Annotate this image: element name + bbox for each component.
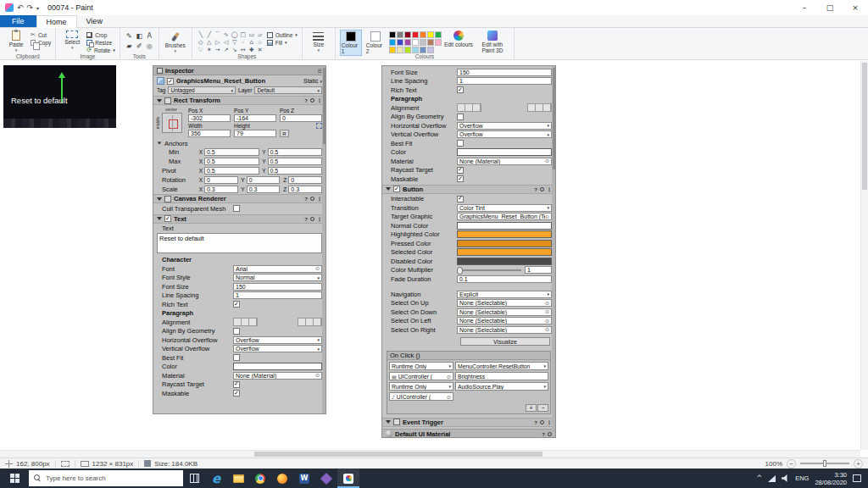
size-button[interactable]: Size ▾ [307, 30, 331, 53]
horizontal-scrollbar[interactable] [0, 450, 860, 458]
shape-button[interactable]: ⌂ [248, 38, 256, 46]
zoom-out-button[interactable]: − [787, 459, 796, 469]
palette-colour[interactable] [397, 31, 403, 38]
shape-button[interactable]: → [214, 46, 222, 53]
shape-button[interactable]: △ [205, 38, 214, 46]
shape-button[interactable]: ╲ [197, 30, 205, 38]
palette-colour[interactable] [389, 47, 396, 53]
zoom-in-button[interactable]: + [854, 459, 863, 469]
outline-button[interactable]: Outline▾ [267, 31, 298, 38]
zoom-slider-thumb[interactable] [823, 460, 826, 467]
taskbar-app-button[interactable] [205, 469, 227, 488]
palette-colour[interactable] [389, 39, 396, 46]
palette-colour[interactable] [412, 47, 419, 53]
shape-button[interactable]: ✚ [248, 46, 256, 53]
zoom-slider[interactable] [800, 463, 849, 464]
shape-button[interactable]: ◇ [197, 38, 205, 46]
shape-button[interactable]: ↔ [239, 46, 248, 53]
shape-button[interactable]: ▭ [248, 30, 256, 38]
palette-colour[interactable] [435, 31, 442, 38]
palette-colour[interactable] [404, 47, 411, 53]
palette-colour[interactable] [397, 47, 403, 53]
shape-button[interactable]: ▽ [231, 38, 239, 46]
start-button[interactable] [0, 469, 29, 488]
tool-button[interactable]: ▰ [125, 42, 134, 51]
tool-button[interactable]: A [145, 31, 154, 41]
shape-button[interactable]: ◦ [239, 38, 248, 46]
crop-button[interactable]: Crop [86, 31, 115, 38]
cut-button[interactable]: Cut [31, 31, 51, 38]
shape-button[interactable]: □ [239, 30, 248, 38]
action-center-icon[interactable] [853, 474, 861, 482]
taskbar-app-button[interactable] [271, 469, 293, 488]
colour1-button[interactable]: Colour 1 [340, 30, 362, 56]
palette-colour[interactable] [420, 47, 426, 53]
taskbar-app-button[interactable] [315, 469, 337, 488]
shape-button[interactable]: ◯ [231, 30, 239, 38]
tool-button[interactable]: ◧ [135, 31, 144, 41]
taskbar-app-button[interactable] [227, 469, 249, 488]
tool-button[interactable]: ✎ [125, 31, 134, 41]
clock[interactable]: 3:30 28/08/2020 [815, 471, 847, 486]
select-button[interactable]: Select ▾ [60, 30, 84, 51]
colour2-button[interactable]: Colour 2 [364, 30, 387, 56]
palette-colour[interactable] [412, 39, 419, 46]
palette-colour[interactable] [404, 31, 411, 38]
shape-button[interactable]: ✶ [205, 46, 214, 53]
shape-button[interactable]: ♡ [197, 46, 205, 53]
taskbar-app-button[interactable] [249, 469, 271, 488]
shape-button[interactable]: ▱ [256, 30, 264, 38]
vertical-scrollbar[interactable] [860, 61, 868, 450]
tray-chevron-icon[interactable]: ^ [756, 474, 762, 482]
paint-canvas[interactable]: Reset to default Inspector GraphicsMenu_… [0, 61, 868, 458]
redo-icon[interactable]: ↷ [27, 3, 34, 12]
palette-colour[interactable] [435, 39, 442, 46]
shape-button[interactable]: ☆ [256, 38, 264, 46]
tool-button[interactable]: ✐ [135, 42, 144, 51]
language-indicator[interactable]: ENG [795, 474, 809, 482]
edit-with-paint3d-button[interactable]: Edit with Paint 3D [476, 30, 509, 53]
selection-size-icon [61, 461, 70, 467]
tab-file[interactable]: File [0, 15, 36, 27]
taskbar-search[interactable]: Type here to search [29, 470, 183, 486]
volume-icon[interactable] [782, 474, 789, 482]
taskbar-app-button[interactable] [183, 469, 205, 488]
taskbar-app-button[interactable] [337, 469, 359, 488]
property-label: Normal Color [391, 222, 457, 230]
minimize-button[interactable]: – [792, 0, 817, 15]
palette-colour[interactable] [427, 39, 434, 46]
vector-field: 0 [288, 176, 322, 184]
resize-button[interactable]: Resize [86, 39, 115, 46]
shape-button[interactable]: ∿ [222, 30, 231, 38]
tool-button[interactable]: ◎ [145, 42, 154, 51]
network-icon[interactable] [768, 475, 776, 482]
brushes-button[interactable]: Brushes ▾ [164, 30, 187, 54]
palette-colour[interactable] [420, 31, 426, 38]
palette-colour[interactable] [420, 39, 426, 46]
palette-colour[interactable] [404, 39, 411, 46]
close-button[interactable]: × [843, 0, 868, 15]
shape-button[interactable]: ↘ [231, 46, 239, 53]
palette-colour[interactable] [389, 31, 396, 38]
customize-quick-access-icon[interactable]: ▾ [36, 5, 39, 11]
palette-colour[interactable] [427, 47, 434, 53]
palette-colour[interactable] [412, 31, 419, 38]
fill-button[interactable]: Fill▾ [267, 39, 298, 46]
shape-button[interactable]: ╱ [205, 30, 214, 38]
undo-icon[interactable]: ↶ [17, 3, 24, 12]
ribbon-tab[interactable]: View [77, 15, 112, 27]
taskbar-app-button[interactable] [293, 469, 315, 488]
shape-button[interactable]: ✕ [256, 46, 264, 53]
palette-colour[interactable] [397, 39, 403, 46]
maximize-button[interactable]: □ [817, 0, 843, 15]
shape-button[interactable]: ⌒ [214, 30, 222, 38]
rotate-button[interactable]: Rotate▾ [86, 47, 115, 53]
shape-button[interactable]: ▷ [214, 38, 222, 46]
shape-button[interactable]: ◁ [222, 38, 231, 46]
edit-colours-button[interactable]: Edit colours [444, 30, 473, 47]
palette-colour[interactable] [427, 31, 434, 38]
paste-button[interactable]: Paste ▾ [4, 30, 28, 53]
ribbon-tab[interactable]: Home [36, 15, 77, 28]
shape-button[interactable]: ↗ [222, 46, 231, 53]
copy-button[interactable]: Copy [31, 39, 51, 46]
